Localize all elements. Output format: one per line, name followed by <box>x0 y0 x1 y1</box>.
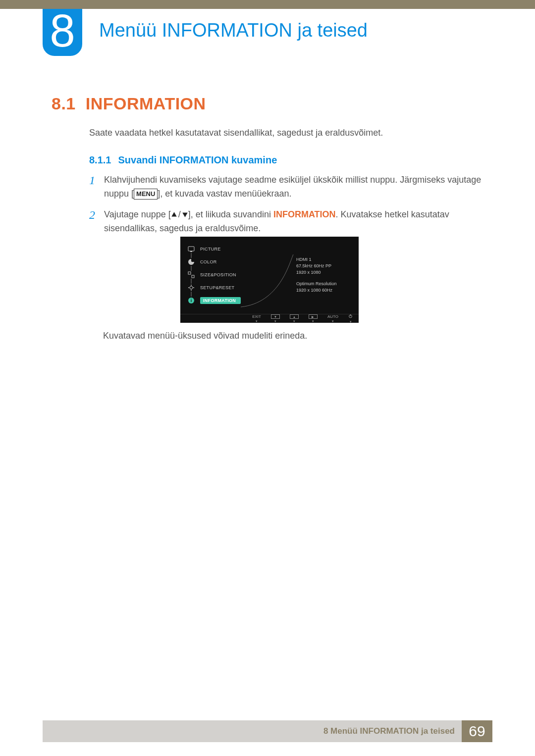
gear-icon <box>187 284 195 292</box>
step-number: 1 <box>89 173 104 201</box>
osd-item-label: COLOR <box>200 259 217 264</box>
top-bar <box>0 0 535 9</box>
updown-icon: / <box>171 208 188 222</box>
highlight-term: INFORMATION <box>273 209 336 219</box>
chapter-title: Menüü INFORMATION ja teised <box>99 20 368 41</box>
subsection-title: Suvandi INFORMATION kuvamine <box>118 154 277 165</box>
triangle-down-icon: ▼ <box>271 314 280 319</box>
step-number: 2 <box>89 208 104 236</box>
footer-text: 8 Menüü INFORMATION ja teised <box>323 726 455 736</box>
caret-down-icon: ▾ <box>350 320 352 323</box>
osd-exit-label: EXIT <box>252 315 261 319</box>
osd-body: PICTURE COLOR SIZE&POSITION SETUP&RESET … <box>180 237 359 314</box>
osd-info-source: HDMI 1 <box>296 256 351 263</box>
svg-rect-4 <box>188 272 191 274</box>
color-icon <box>187 258 195 266</box>
svg-text:i: i <box>191 298 192 303</box>
caret-down-icon: ▾ <box>293 319 295 323</box>
svg-marker-0 <box>171 212 176 217</box>
osd-bottom-bar: EXIT ▾ ▼ ▾ ▲ ▾ ▶ ▾ AUTO ▾ ▾ <box>180 314 359 323</box>
picture-icon <box>187 245 195 253</box>
osd-item-label: PICTURE <box>200 247 221 252</box>
step-1: 1 Klahvijuhendi kuvamiseks vajutage sead… <box>89 173 485 201</box>
caret-down-icon: ▾ <box>332 319 334 323</box>
osd-info-opt-value: 1920 x 1080 60Hz <box>296 287 351 294</box>
svg-point-6 <box>190 286 193 289</box>
caret-down-icon: ▾ <box>256 319 258 323</box>
triangle-right-icon: ▶ <box>309 314 318 319</box>
triangle-up-icon: ▲ <box>290 314 299 319</box>
osd-up-button: ▲ ▾ <box>290 314 299 323</box>
subsection-heading: 8.1.1Suvandi INFORMATION kuvamine <box>89 154 277 166</box>
steps-list: 1 Klahvijuhendi kuvamiseks vajutage sead… <box>89 173 485 243</box>
section-title: INFORMATION <box>86 94 206 113</box>
osd-item-label: SIZE&POSITION <box>200 272 236 277</box>
osd-info-freq: 67.5kHz 60Hz PP <box>296 263 351 269</box>
power-icon <box>348 314 353 319</box>
osd-auto-button: AUTO ▾ <box>327 315 338 323</box>
size-icon <box>187 271 195 279</box>
svg-rect-5 <box>192 275 194 278</box>
step-text: Vajutage nuppe [ <box>104 209 171 219</box>
subsection-number: 8.1.1 <box>89 154 111 165</box>
footer-bar: 8 Menüü INFORMATION ja teised 69 <box>43 720 492 742</box>
caret-down-icon: ▾ <box>274 319 276 323</box>
step-text: ], et kuvada vastav menüüekraan. <box>158 189 291 199</box>
step-text: ], et liikuda suvandini <box>188 209 273 219</box>
osd-screenshot: PICTURE COLOR SIZE&POSITION SETUP&RESET … <box>180 237 359 323</box>
section-number: 8.1 <box>52 94 76 113</box>
osd-right-button: ▶ ▾ <box>309 314 318 323</box>
step-2: 2 Vajutage nuppe [/], et liikuda suvandi… <box>89 208 485 236</box>
figure-caption: Kuvatavad menüü-üksused võivad mudeliti … <box>103 331 307 341</box>
caret-down-icon: ▾ <box>312 319 314 323</box>
page-number: 69 <box>462 720 492 742</box>
osd-info-panel: HDMI 1 67.5kHz 60Hz PP 1920 x 1080 Optim… <box>296 256 351 294</box>
chapter-number: 8 <box>50 8 75 53</box>
osd-item-label: INFORMATION <box>200 297 241 304</box>
osd-power-button: ▾ <box>348 314 353 323</box>
section-intro: Saate vaadata hetkel kasutatavat sisenda… <box>89 128 383 138</box>
osd-down-button: ▼ ▾ <box>271 314 280 323</box>
svg-rect-2 <box>188 247 194 251</box>
chapter-tab: 8 <box>43 9 82 56</box>
step-body: Vajutage nuppe [/], et liikuda suvandini… <box>104 208 485 236</box>
section-heading: 8.1INFORMATION <box>52 94 206 113</box>
svg-marker-1 <box>182 213 187 217</box>
osd-connector-line <box>240 244 294 308</box>
menu-key: MENU <box>134 189 158 200</box>
osd-item-label: SETUP&RESET <box>200 285 234 290</box>
osd-info-opt-label: Optimum Resolution <box>296 281 351 287</box>
svg-rect-3 <box>190 251 192 252</box>
osd-exit-button: EXIT ▾ <box>252 315 261 323</box>
osd-info-res: 1920 x 1080 <box>296 269 351 276</box>
info-icon: i <box>187 297 195 304</box>
step-body: Klahvijuhendi kuvamiseks vajutage seadme… <box>104 173 485 201</box>
osd-auto-label: AUTO <box>327 315 338 319</box>
